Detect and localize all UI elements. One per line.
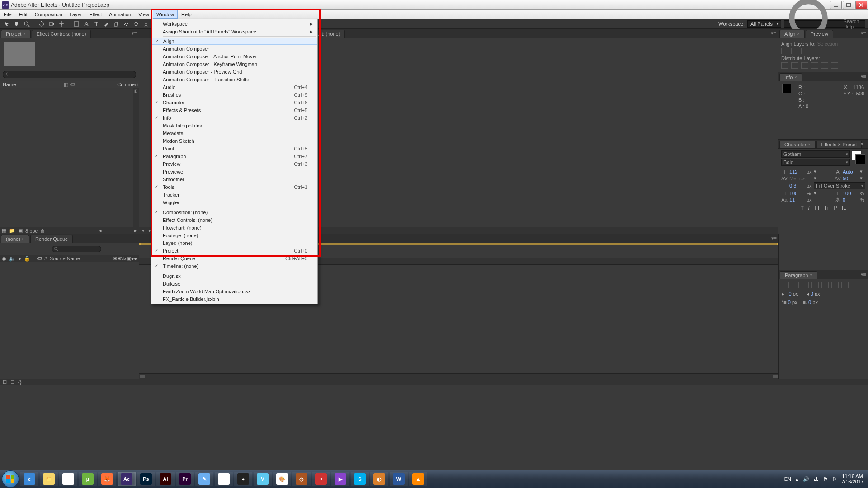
stroke-width-value[interactable]: 0.3	[789, 183, 805, 188]
taskbar-app-pr[interactable]: Pr	[176, 472, 194, 486]
menuitem-project[interactable]: ✓ProjectCtrl+0	[151, 247, 317, 254]
text-tool-icon[interactable]: T	[92, 20, 100, 28]
menuitem-earth-zoom-world-map-optimization-jsx[interactable]: Earth Zoom World Map Optimization.jsx	[151, 287, 317, 295]
eraser-tool-icon[interactable]	[122, 20, 130, 28]
taskbar-app-vlc[interactable]: ▲	[409, 472, 427, 486]
collapse-icon[interactable]: ◧	[134, 89, 138, 93]
justify-left-icon[interactable]	[811, 282, 819, 288]
taskbar-app-app6[interactable]: ▶	[331, 472, 349, 486]
dist-3-icon[interactable]	[801, 62, 808, 69]
tab-preview[interactable]: Preview	[806, 30, 833, 38]
close-icon[interactable]: ×	[23, 32, 25, 36]
taskbar-app-paint[interactable]: 🎨	[273, 472, 291, 486]
panel-menu-icon[interactable]: ▾≡	[771, 235, 777, 241]
menuitem-character[interactable]: ✓CharacterCtrl+6	[151, 99, 317, 106]
menuitem-effects-presets[interactable]: Effects & PresetsCtrl+5	[151, 106, 317, 114]
solo-icon[interactable]: ●	[18, 256, 21, 261]
menu-animation[interactable]: Animation	[105, 10, 135, 19]
comp-icon[interactable]: ▣	[18, 228, 23, 234]
align-center-icon[interactable]	[792, 282, 799, 288]
kerning-value[interactable]: Metrics	[789, 176, 812, 181]
tab-project[interactable]: Project×	[1, 30, 31, 38]
font-style-select[interactable]: Bold	[781, 159, 850, 166]
menuitem-align[interactable]: ✓Align	[151, 38, 317, 45]
taskbar-app-app2[interactable]: ✎	[195, 472, 213, 486]
menuitem-brushes[interactable]: BrushesCtrl+9	[151, 91, 317, 99]
faux-bold-icon[interactable]: T	[801, 205, 804, 211]
menuitem-preview[interactable]: PreviewCtrl+3	[151, 160, 317, 168]
tab-timeline-none[interactable]: (none)×	[1, 235, 29, 243]
maximize-button[interactable]	[843, 1, 854, 9]
menu-view[interactable]: View	[135, 10, 153, 19]
taskbar-app-ai[interactable]: Ai	[156, 472, 175, 486]
taskbar-app-chrome[interactable]: ◉	[59, 472, 77, 486]
label-icon[interactable]: 🏷	[70, 82, 75, 88]
menuitem-timeline-none[interactable]: ✓Timeline: (none)	[151, 262, 317, 270]
project-column-headers[interactable]: Name ◧🏷 Comment	[0, 81, 139, 88]
tab-effect-controls[interactable]: Effect Controls: (none)	[32, 30, 91, 38]
menu-help[interactable]: Help	[178, 10, 195, 19]
menuitem-effect-controls-none[interactable]: Effect Controls: (none)	[151, 216, 317, 224]
toggle-switches-icon-2[interactable]: ⊟	[10, 379, 14, 385]
tray-lang[interactable]: EN	[784, 476, 791, 482]
timeline-scrollbar[interactable]	[139, 373, 778, 379]
scroll-left-icon[interactable]: ◂	[99, 228, 102, 234]
font-size-value[interactable]: 112	[789, 169, 805, 174]
baseline-value[interactable]: 11	[789, 197, 805, 202]
tray-clock[interactable]: 11:16 AM 7/16/2017	[841, 474, 863, 484]
puppet-tool-icon[interactable]	[142, 20, 150, 28]
start-button[interactable]	[2, 470, 19, 488]
dist-1-icon[interactable]	[781, 62, 788, 69]
menuitem-animation-composer-transition-shifter[interactable]: Animation Composer - Transition Shifter	[151, 75, 317, 83]
dist-5-icon[interactable]	[821, 62, 828, 69]
justify-right-icon[interactable]	[831, 282, 839, 288]
menuitem-fx-particle-builder-jsxbin[interactable]: FX_Particle Builder.jsxbin	[151, 295, 317, 303]
menuitem-metadata[interactable]: Metadata	[151, 129, 317, 137]
tray-safe-icon[interactable]: ⚑	[823, 476, 828, 482]
taskbar-app-ps[interactable]: Ps	[137, 472, 155, 486]
audio-icon[interactable]: 🔈	[9, 256, 15, 262]
eye-icon[interactable]: ◉	[2, 256, 6, 262]
stroke-color-swatch[interactable]	[855, 154, 865, 164]
tracking-value[interactable]: 50	[843, 176, 858, 181]
interpret-icon[interactable]: ▦	[2, 228, 6, 234]
menuitem-tracker[interactable]: Tracker	[151, 191, 317, 198]
lock-icon[interactable]: 🔒	[24, 256, 30, 262]
close-button[interactable]	[855, 1, 867, 9]
dist-4-icon[interactable]	[811, 62, 818, 69]
menuitem-paint[interactable]: PaintCtrl+8	[151, 145, 317, 152]
label-icon[interactable]: 🏷	[37, 256, 42, 261]
hand-tool-icon[interactable]	[13, 20, 21, 28]
taskbar-app-davinci[interactable]: ●	[234, 472, 252, 486]
tab-align[interactable]: Align×	[779, 30, 805, 38]
tab-effects-presets[interactable]: Effects & Preset	[816, 141, 862, 148]
taskbar-app-app3[interactable]: V	[254, 472, 272, 486]
tsume-value[interactable]: 0	[843, 197, 858, 202]
tray-up-icon[interactable]: ▴	[796, 476, 798, 482]
tray-action-icon[interactable]: ⚐	[832, 476, 837, 482]
taskbar-app-app5[interactable]: ✦	[312, 472, 330, 486]
rotation-tool-icon[interactable]	[38, 20, 46, 28]
allcaps-icon[interactable]: TT	[814, 205, 820, 211]
menuitem-mask-interpolation[interactable]: Mask Interpolation	[151, 122, 317, 129]
subscript-icon[interactable]: T₁	[841, 205, 846, 211]
menuitem-render-queue[interactable]: Render QueueCtrl+Alt+0	[151, 254, 317, 262]
align-hcenter-icon[interactable]	[791, 48, 798, 54]
menuitem-tools[interactable]: ✓ToolsCtrl+1	[151, 183, 317, 191]
menuitem-assign-shortcut-to-all-panels-workspace[interactable]: Assign Shortcut to "All Panels" Workspac…	[151, 28, 317, 35]
taskbar-app-app4[interactable]: ◔	[292, 472, 311, 486]
brush-tool-icon[interactable]	[102, 20, 110, 28]
selection-tool-icon[interactable]	[3, 20, 11, 28]
menuitem-dugr-jsx[interactable]: Dugr.jsx	[151, 272, 317, 280]
menuitem-smoother[interactable]: Smoother	[151, 175, 317, 183]
menu-file[interactable]: File	[0, 10, 15, 19]
taskbar-app-skype[interactable]: S	[351, 472, 369, 486]
panel-menu-icon[interactable]: ▾≡	[861, 272, 866, 277]
menuitem-flowchart-none[interactable]: Flowchart: (none)	[151, 224, 317, 231]
tray-volume-icon[interactable]: 🔊	[803, 476, 809, 482]
menuitem-footage-none[interactable]: Footage: (none)	[151, 231, 317, 239]
window-menu-dropdown[interactable]: Workspace▶Assign Shortcut to "All Panels…	[151, 19, 318, 304]
pen-tool-icon[interactable]	[82, 20, 90, 28]
taskbar-app-ae[interactable]: Ae	[118, 472, 136, 486]
taskbar-app-media[interactable]: ▶	[215, 472, 233, 486]
